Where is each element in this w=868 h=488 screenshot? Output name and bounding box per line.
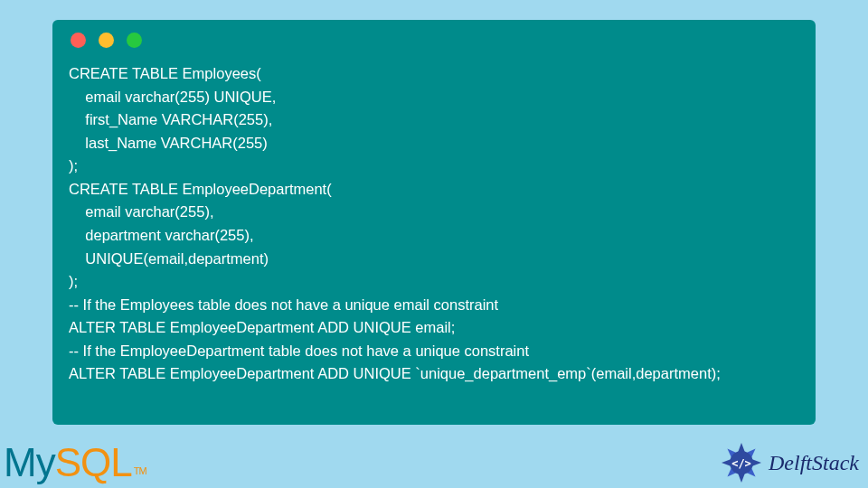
- close-icon[interactable]: [71, 33, 86, 48]
- code-window: CREATE TABLE Employees( email varchar(25…: [52, 20, 816, 425]
- svg-text:</>: </>: [731, 457, 751, 470]
- maximize-icon[interactable]: [127, 33, 142, 48]
- minimize-icon[interactable]: [99, 33, 114, 48]
- delftstack-text: DelftStack: [769, 451, 859, 475]
- mysql-logo-tm: TM: [134, 465, 146, 476]
- code-content: CREATE TABLE Employees( email varchar(25…: [69, 62, 799, 386]
- mysql-logo-sql: SQL: [55, 440, 132, 485]
- mysql-logo: MySQLTM: [4, 440, 146, 485]
- footer: MySQLTM </> DelftStack: [0, 437, 868, 488]
- window-controls: [71, 33, 799, 48]
- delftstack-logo: </> DelftStack: [720, 441, 859, 484]
- delftstack-badge-icon: </>: [720, 441, 763, 484]
- mysql-logo-my: My: [4, 440, 55, 485]
